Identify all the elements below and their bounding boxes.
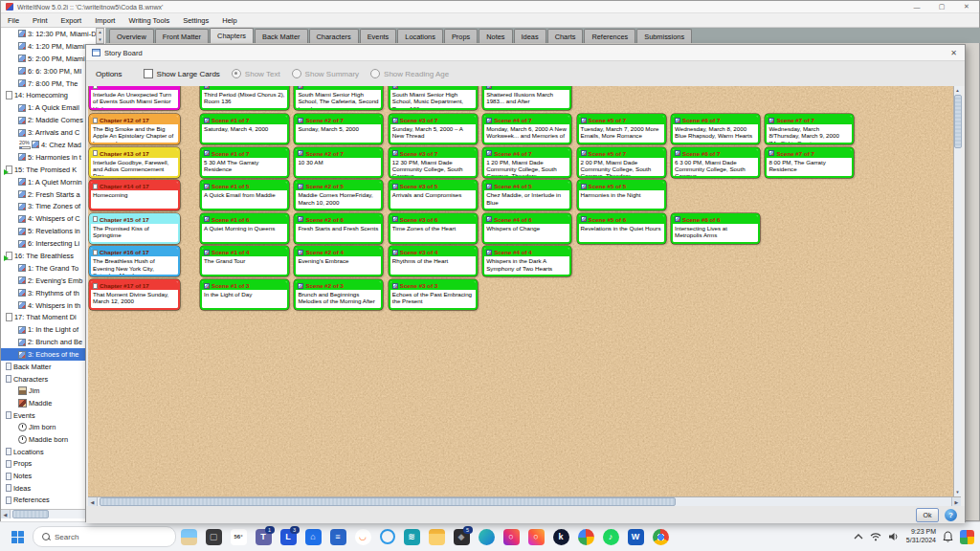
scene-card[interactable]: Scene #4 of 71 20 PM, Miami Dade Communi… — [482, 147, 571, 178]
menu-item-export[interactable]: Export — [55, 16, 89, 25]
minimize-button[interactable]: — — [904, 1, 929, 12]
scene-card[interactable]: Scene #4 of 5Chez Maddie, or Interlude i… — [482, 180, 571, 210]
scrollbar-thumb[interactable] — [100, 497, 676, 506]
scene-card[interactable]: Scene #7 of 7Wednesday, March 8/Thursday… — [765, 114, 854, 144]
menu-item-writing-tools[interactable]: Writing Tools — [122, 16, 176, 25]
tab-references[interactable]: References — [584, 29, 635, 43]
chapter-card[interactable]: Interlude An Unexpected Turn of Events S… — [89, 86, 180, 110]
wifi-icon[interactable] — [870, 532, 881, 541]
tab-props[interactable]: Props — [444, 29, 478, 43]
scene-card[interactable]: Scene #2 of 4Evening's Embrace — [294, 246, 383, 276]
scene-card[interactable]: Scene #1 of 5A Quick Email from Maddie — [200, 180, 289, 210]
dialog-close-icon[interactable]: ✕ — [950, 49, 957, 57]
tab-front-matter[interactable]: Front Matter — [155, 29, 209, 43]
menu-item-help[interactable]: Help — [215, 16, 243, 25]
board-vertical-scrollbar[interactable]: ▲ ▼ — [953, 86, 961, 496]
photos-pinwheel-icon[interactable] — [578, 529, 594, 545]
weather-temp-icon[interactable]: 56° — [231, 529, 247, 545]
tree-vertical-scrollbar[interactable]: ▲▼ — [96, 28, 104, 44]
tab-locations[interactable]: Locations — [397, 29, 443, 43]
photos-dark-icon[interactable]: ▢ — [206, 529, 222, 545]
scene-card[interactable]: Scene #5 of 72 00 PM, Miami Dade Communi… — [577, 147, 666, 178]
scene-card[interactable]: Third Period (Mixed Chorus 2), Room 136 — [200, 86, 289, 110]
scrollbar-thumb[interactable] — [12, 510, 49, 518]
scene-card[interactable]: Scene #4 of 4Whispers in the Dark A Symp… — [482, 246, 571, 276]
edge-icon[interactable] — [479, 529, 495, 545]
k-app-icon[interactable]: k — [553, 529, 569, 545]
teal-notes-icon[interactable]: ≋ — [404, 529, 420, 545]
maximize-button[interactable]: ▢ — [929, 1, 954, 12]
notification-bell-icon[interactable] — [943, 531, 953, 542]
swoosh-orange-icon[interactable]: ◡ — [355, 529, 371, 545]
scene-card[interactable]: Scene #5 of 7Tuesday, March 7, 2000 More… — [577, 114, 666, 144]
scroll-down-icon[interactable]: ▼ — [955, 488, 959, 496]
scene-card[interactable]: Scene #3 of 712 30 PM, Miami Dade Commun… — [389, 147, 478, 178]
file-explorer-icon[interactable] — [429, 529, 445, 545]
menu-item-file[interactable]: File — [1, 16, 26, 25]
scrollbar-thumb[interactable] — [954, 95, 962, 148]
tray-app-icon[interactable] — [960, 530, 974, 544]
start-button[interactable] — [11, 531, 24, 543]
scene-card[interactable]: Scene #5 of 5Harmonies in the Night — [577, 180, 666, 210]
scroll-up-icon[interactable]: ▲ — [98, 30, 101, 34]
scene-card[interactable]: Scene #2 of 710 30 AM — [294, 147, 383, 178]
clock[interactable]: 9:23 PM 5/31/2024 — [906, 528, 936, 545]
chrome-icon[interactable] — [653, 529, 669, 545]
scene-card[interactable]: Scene #2 of 5Maddie Comes HomeFriday, Ma… — [294, 180, 383, 210]
teams-icon[interactable]: T1 — [256, 529, 272, 545]
chapter-card[interactable]: Chapter #12 of 17The Big Smoke and the B… — [89, 114, 180, 144]
scene-card[interactable]: Scene #2 of 6Fresh Starts and Fresh Scen… — [294, 213, 383, 244]
tray-chevron-icon[interactable] — [854, 533, 863, 540]
scene-card[interactable]: South Miami Senior High School, The Cafe… — [294, 86, 383, 110]
board-horizontal-scrollbar[interactable]: ◀ ▶ — [88, 496, 961, 506]
tab-overview[interactable]: Overview — [109, 29, 154, 43]
radio-show-text[interactable] — [232, 69, 241, 78]
scene-card[interactable]: Scene #2 of 3Brunch and Beginnings Melod… — [294, 279, 383, 310]
close-button[interactable]: ✕ — [954, 1, 979, 12]
scene-card[interactable]: Scene #3 of 7Sunday, March 5, 2000 – A N… — [389, 114, 478, 144]
scroll-left-icon[interactable]: ◀ — [88, 497, 98, 506]
tab-charts[interactable]: Charts — [547, 29, 584, 43]
chapter-card[interactable]: Chapter #14 of 17Homecoming — [89, 180, 180, 210]
planner-icon[interactable]: ≡ — [330, 529, 346, 545]
menu-item-import[interactable]: Import — [88, 16, 122, 25]
tree-item[interactable]: 3: 12:30 PM, Miami-Da — [1, 28, 105, 40]
scene-card[interactable]: Scene #7 of 78 00 PM, The Garraty Reside… — [765, 147, 854, 178]
spotify-icon[interactable]: ♪ — [603, 529, 619, 545]
scene-card[interactable]: Scene #1 of 4The Grand Tour — [200, 246, 289, 276]
instagram-icon[interactable]: ○ — [503, 529, 520, 545]
instagram-alt-icon[interactable]: ○ — [528, 529, 545, 545]
scroll-up-icon[interactable]: ▲ — [955, 86, 959, 95]
search-input[interactable]: Search — [33, 526, 176, 547]
tab-notes[interactable]: Notes — [479, 29, 512, 43]
store-icon[interactable]: ⌂ — [305, 529, 322, 545]
tab-submissions[interactable]: Submissions — [636, 29, 692, 43]
widgets-weather-icon[interactable] — [181, 529, 197, 545]
scene-card[interactable]: South Miami Senior High School, Music De… — [389, 86, 478, 110]
chapter-card[interactable]: Chapter #17 of 17That Moment Divine Sund… — [89, 279, 180, 310]
scene-card[interactable]: Scene #3 of 4Rhythms of the Heart — [389, 246, 478, 276]
scroll-down-icon[interactable]: ▼ — [98, 37, 101, 42]
radio-show-summary[interactable] — [292, 69, 301, 78]
menu-item-print[interactable]: Print — [26, 16, 54, 25]
tab-back-matter[interactable]: Back Matter — [255, 29, 307, 43]
chapter-card[interactable]: Chapter #13 of 17Interlude Goodbye, Fare… — [89, 147, 180, 178]
tab-ideas[interactable]: Ideas — [514, 29, 546, 43]
help-button[interactable]: ? — [945, 509, 957, 521]
dark-app-icon[interactable]: ◆5 — [454, 529, 470, 545]
scene-card[interactable]: Scene #1 of 75 30 AM The Garraty Residen… — [200, 147, 289, 178]
scene-card[interactable]: Scene #5 of 6Revelations in the Quiet Ho… — [577, 213, 666, 244]
scene-card[interactable]: Scene #4 of 6Whispers of Change — [482, 213, 571, 244]
scene-card[interactable]: Scene #3 of 6Time Zones of the Heart — [389, 213, 478, 244]
scene-card[interactable]: Scene #1 of 6A Quiet Morning in Queens — [200, 213, 289, 244]
scroll-left-icon[interactable]: ◀ — [1, 510, 11, 518]
tab-characters[interactable]: Characters — [309, 29, 359, 43]
scroll-right-icon[interactable]: ▶ — [951, 497, 961, 506]
scene-card[interactable]: Scene #3 of 5Arrivals and Compromises — [389, 180, 478, 210]
scene-card[interactable]: Shattered Illusions March 1983... and Af… — [482, 86, 571, 110]
scene-card[interactable]: Scene #1 of 7Saturday, March 4, 2000 — [200, 114, 289, 144]
tab-events[interactable]: Events — [360, 29, 397, 43]
scene-card[interactable]: Scene #2 of 7Sunday, March 5, 2000 — [294, 114, 383, 144]
chapter-card[interactable]: Chapter #16 of 17The Breathless Hush of … — [89, 246, 180, 276]
scene-card[interactable]: Scene #6 of 6Intersecting Lives at Metro… — [671, 213, 760, 244]
